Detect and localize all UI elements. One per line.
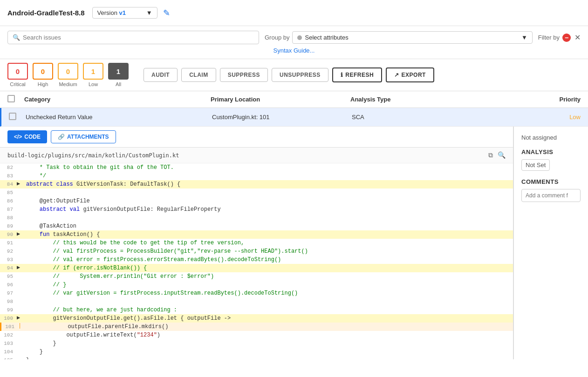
code-line-90: 90 ▶ fun taskAction() { xyxy=(0,230,513,239)
export-button[interactable]: ↗ EXPORT xyxy=(386,67,434,82)
attachment-icon: 🔗 xyxy=(58,134,65,140)
edit-icon[interactable]: ✎ xyxy=(163,8,170,18)
code-line-100: 100 ▶ gitVersionOutputFile.get().asFile.… xyxy=(0,314,513,323)
code-line-105: 105 } xyxy=(0,356,513,359)
syntax-guide-link[interactable]: Syntax Guide... xyxy=(7,47,581,54)
code-line-102: 102 outputFile.writeText("1234") xyxy=(0,331,513,339)
row-checkbox-cell xyxy=(9,113,26,121)
filter-minus-button[interactable]: − xyxy=(562,34,571,42)
right-panel: Not assigned ANALYSIS Not Set COMMENTS xyxy=(513,127,588,359)
group-by-dropdown[interactable]: Select attributes ▼ xyxy=(292,31,532,44)
tab-attachments[interactable]: 🔗 ATTACHMENTS xyxy=(51,130,116,143)
search-input[interactable] xyxy=(23,34,254,41)
severity-label-all: All xyxy=(116,81,121,87)
col-header-location: Primary Location xyxy=(211,96,350,103)
tab-code[interactable]: </> CODE xyxy=(7,130,47,143)
code-line-91: 91 // this would be the code to get the … xyxy=(0,239,513,247)
group-dot-icon xyxy=(297,35,302,40)
code-line-101: 101 | outputFile.parentFile.mkdirs() xyxy=(0,323,513,331)
audit-button[interactable]: AUDIT xyxy=(144,68,178,82)
filter-by-area: Filter by − ✕ xyxy=(538,33,581,42)
file-path-bar: build-logic/plugins/src/main/kotlin/Cust… xyxy=(0,148,513,163)
row-checkbox[interactable] xyxy=(9,113,16,120)
table-row[interactable]: Unchecked Return Value CustomPlugin.kt: … xyxy=(0,108,588,127)
code-line-94: 94 ▶ // if (error.isNotBlank()) { xyxy=(0,264,513,272)
analysis-title: ANALYSIS xyxy=(521,148,581,155)
search-icon: 🔍 xyxy=(13,34,20,41)
export-icon: ↗ xyxy=(394,72,399,78)
code-line-88: 88 xyxy=(0,214,513,222)
tab-code-label: CODE xyxy=(24,134,41,140)
analysis-value: Not Set xyxy=(521,159,550,171)
severity-label-medium: Medium xyxy=(59,81,77,87)
code-line-82: 82 * Task to obtain the git sha of the T… xyxy=(0,163,513,172)
code-line-83: 83 */ xyxy=(0,172,513,180)
col-header-priority: Priority xyxy=(444,96,581,103)
action-buttons: AUDIT CLAIM SUPPRESS UNSUPPRESS ℹ REFRES… xyxy=(144,67,434,82)
comment-input[interactable] xyxy=(521,189,581,202)
comments-section: COMMENTS xyxy=(521,178,581,202)
severity-badge-high: 0 xyxy=(33,63,53,80)
code-line-98: 98 xyxy=(0,297,513,306)
select-all-checkbox[interactable] xyxy=(7,95,24,104)
chevron-down-icon: ▼ xyxy=(521,34,527,41)
severity-item-critical[interactable]: 0 Critical xyxy=(7,63,28,87)
code-line-86: 86 @get:OutputFile xyxy=(0,197,513,205)
severity-actions-row: 0 Critical 0 High 0 Medium 1 Low 1 All A… xyxy=(0,59,588,91)
version-text: Version v1 xyxy=(97,9,126,16)
code-line-84: 84 ▶ abstract class GitVersionTask: Defa… xyxy=(0,180,513,188)
app-title: Android-GradleTest-8.8 xyxy=(7,9,85,17)
code-line-85: 85 xyxy=(0,188,513,197)
tab-attachments-label: ATTACHMENTS xyxy=(67,134,109,140)
not-assigned-label: Not assigned xyxy=(521,134,581,141)
severity-badge-low: 1 xyxy=(83,63,103,80)
code-line-96: 96 // } xyxy=(0,281,513,289)
severity-badge-medium: 0 xyxy=(58,63,78,80)
severity-item-low[interactable]: 1 Low xyxy=(83,63,103,87)
detail-area: </> CODE 🔗 ATTACHMENTS build-logic/plugi… xyxy=(0,127,588,359)
severity-badge-all: 1 xyxy=(108,63,129,80)
analysis-section: ANALYSIS Not Set xyxy=(521,148,581,171)
code-line-103: 103 } xyxy=(0,339,513,348)
row-location: CustomPlugin.kt: 101 xyxy=(212,114,352,121)
code-line-92: 92 // val firstProcess = ProcessBuilder(… xyxy=(0,247,513,256)
code-panel: </> CODE 🔗 ATTACHMENTS build-logic/plugi… xyxy=(0,127,513,359)
severity-item-medium[interactable]: 0 Medium xyxy=(58,63,78,87)
version-dropdown[interactable]: Version v1 ▼ xyxy=(92,7,157,19)
suppress-button[interactable]: SUPPRESS xyxy=(220,68,268,82)
code-line-87: 87 abstract val gitVersionOutputFile: Re… xyxy=(0,205,513,214)
claim-button[interactable]: CLAIM xyxy=(181,68,216,82)
row-category: Unchecked Return Value xyxy=(26,114,212,121)
app-header: Android-GradleTest-8.8 Version v1 ▼ ✎ xyxy=(0,0,588,26)
table-header: Category Primary Location Analysis Type … xyxy=(0,91,588,108)
toolbar: 🔍 Group by Select attributes ▼ Filter by… xyxy=(0,26,588,59)
code-line-95: 95 // System.err.println("Git error : $e… xyxy=(0,272,513,281)
code-view[interactable]: 82 * Task to obtain the git sha of the T… xyxy=(0,163,513,359)
group-by-option: Select attributes xyxy=(305,34,348,41)
toolbar-top: 🔍 Group by Select attributes ▼ Filter by… xyxy=(7,31,581,44)
file-path: build-logic/plugins/src/main/kotlin/Cust… xyxy=(7,152,179,159)
code-tabs: </> CODE 🔗 ATTACHMENTS xyxy=(0,127,513,148)
code-line-89: 89 @TaskAction xyxy=(0,222,513,230)
col-header-analysis: Analysis Type xyxy=(350,96,444,103)
chevron-down-icon: ▼ xyxy=(146,9,152,16)
group-by-label: Group by xyxy=(265,34,289,41)
code-line-93: 93 // val error = firstProcess.errorStre… xyxy=(0,256,513,264)
unsuppress-button[interactable]: UNSUPPRESS xyxy=(272,68,328,82)
severity-item-all[interactable]: 1 All xyxy=(108,63,129,87)
severity-badge-critical: 0 xyxy=(7,63,28,80)
refresh-button[interactable]: ℹ REFRESH xyxy=(332,67,382,82)
severity-row: 0 Critical 0 High 0 Medium 1 Low 1 All xyxy=(0,59,136,91)
search-box[interactable]: 🔍 xyxy=(7,31,259,44)
severity-item-high[interactable]: 0 High xyxy=(33,63,53,87)
checkbox-all[interactable] xyxy=(7,95,15,102)
filter-clear-icon[interactable]: ✕ xyxy=(574,33,581,42)
search-code-icon[interactable]: 🔍 xyxy=(498,151,506,159)
copy-icon[interactable]: ⧉ xyxy=(488,151,493,159)
row-priority: Low xyxy=(445,114,581,121)
row-analysis: SCA xyxy=(352,114,445,121)
severity-label-high: High xyxy=(38,81,48,87)
code-line-104: 104 } xyxy=(0,348,513,356)
comments-title: COMMENTS xyxy=(521,178,581,185)
filter-by-label: Filter by xyxy=(538,34,560,41)
